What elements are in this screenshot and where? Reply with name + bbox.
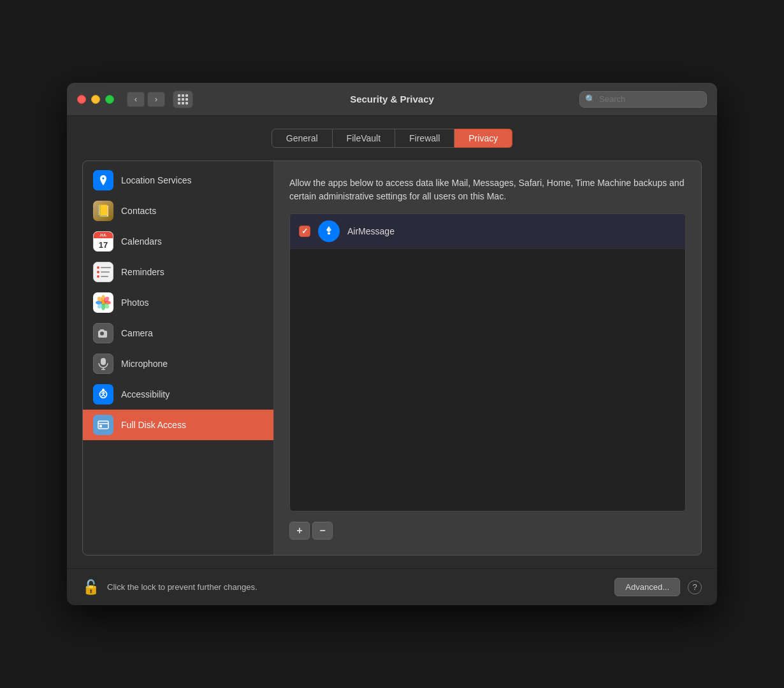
svg-rect-18 [98,421,108,429]
svg-line-16 [103,394,105,396]
lock-icon[interactable]: 🔓 [82,579,99,596]
close-button[interactable] [77,95,86,104]
sidebar-label-reminders: Reminders [121,267,164,277]
sidebar-item-reminders[interactable]: Reminders [83,257,273,287]
tab-general[interactable]: General [272,129,333,148]
bottom-bar: 🔓 Click the lock to prevent further chan… [67,568,717,605]
help-button[interactable]: ? [688,580,702,594]
svg-rect-20 [99,425,102,427]
maximize-button[interactable] [105,95,114,104]
sidebar-item-fulldisk[interactable]: Full Disk Access [83,410,273,440]
nav-buttons: ‹ › [127,92,165,107]
tab-filevault[interactable]: FileVault [333,129,395,148]
sidebar-item-contacts[interactable]: 📒 Contacts [83,196,273,226]
forward-button[interactable]: › [147,92,165,107]
fulldisk-icon [93,415,113,435]
sidebar-label-accessibility: Accessibility [121,389,170,399]
sidebar-label-camera: Camera [121,328,153,338]
svg-rect-22 [328,233,330,234]
description-text: Allow the apps below to access data like… [289,176,686,203]
app-checkbox[interactable] [299,226,310,237]
tab-privacy[interactable]: Privacy [454,129,512,148]
apps-grid-button[interactable] [173,90,193,108]
search-input[interactable] [599,94,701,104]
sidebar-label-calendars: Calendars [121,236,162,247]
app-list: AirMessage [289,213,686,512]
sidebar-item-photos[interactable]: Photos [83,287,273,318]
svg-marker-23 [329,226,331,233]
right-panel: Allow the apps below to access data like… [274,161,701,555]
tab-bar: General FileVault Firewall Privacy [82,129,702,148]
app-icon [318,220,340,242]
sidebar-item-camera[interactable]: Camera [83,318,273,348]
list-actions: + − [289,522,686,540]
advanced-button[interactable]: Advanced... [614,578,680,596]
camera-icon [93,323,113,343]
traffic-lights [77,95,114,104]
add-button[interactable]: + [289,522,310,540]
sidebar-item-microphone[interactable]: Microphone [83,348,273,379]
sidebar: Location Services 📒 Contacts JUL 17 Cale… [83,161,274,555]
back-button[interactable]: ‹ [127,92,145,107]
minimize-button[interactable] [91,95,100,104]
search-icon: 🔍 [585,94,595,104]
sidebar-label-photos: Photos [121,297,149,308]
tab-firewall[interactable]: Firewall [395,129,454,148]
remove-button[interactable]: − [312,522,333,540]
svg-marker-21 [326,226,329,233]
grid-dots-icon [178,94,188,104]
titlebar: ‹ › Security & Privacy 🔍 [67,83,717,116]
sidebar-label-contacts: Contacts [121,206,156,216]
svg-rect-9 [101,358,106,365]
main-panel: Location Services 📒 Contacts JUL 17 Cale… [82,161,702,555]
location-icon [93,170,113,190]
calendars-icon: JUL 17 [93,231,113,252]
window-title: Security & Privacy [350,94,434,104]
content-area: General FileVault Firewall Privacy Locat… [67,116,717,568]
microphone-icon [93,354,113,374]
sidebar-label-microphone: Microphone [121,359,168,369]
sidebar-item-accessibility[interactable]: Accessibility [83,379,273,410]
app-name: AirMessage [347,226,395,236]
search-bar[interactable]: 🔍 [579,91,707,108]
sidebar-item-location[interactable]: Location Services [83,165,273,196]
sidebar-item-calendars[interactable]: JUL 17 Calendars [83,226,273,257]
lock-text: Click the lock to prevent further change… [107,582,258,592]
contacts-icon: 📒 [93,201,113,221]
main-window: ‹ › Security & Privacy 🔍 General FileVau… [67,83,717,605]
reminders-icon [93,262,113,282]
accessibility-icon [93,384,113,405]
photos-icon [93,292,113,313]
list-item[interactable]: AirMessage [290,214,685,249]
sidebar-label-fulldisk: Full Disk Access [121,420,186,430]
sidebar-label-location: Location Services [121,175,192,185]
